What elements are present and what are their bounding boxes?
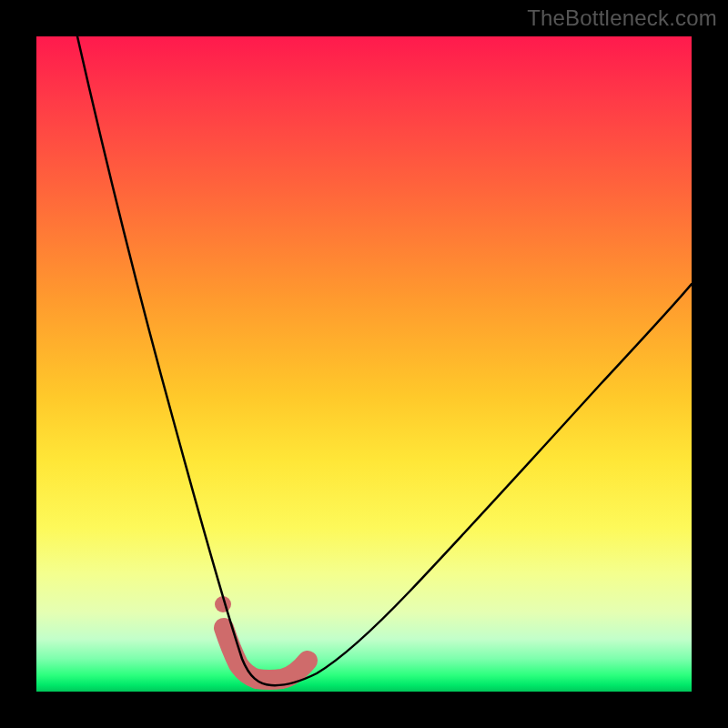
bottleneck-curve	[77, 36, 692, 685]
watermark-text: TheBottleneck.com	[527, 5, 717, 31]
chart-svg	[36, 36, 692, 692]
highlight-valley	[224, 628, 308, 680]
plot-area	[36, 36, 692, 692]
outer-frame: TheBottleneck.com	[0, 0, 728, 728]
